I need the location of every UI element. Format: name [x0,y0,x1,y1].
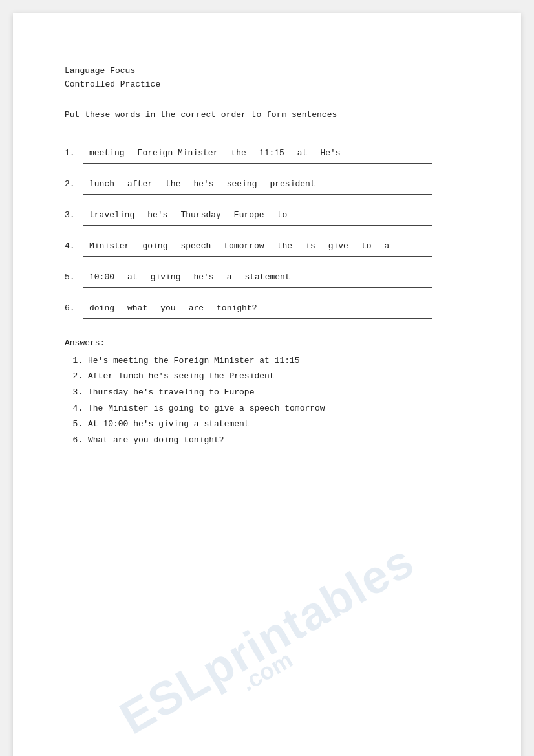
word-cell: are [182,303,210,313]
word-cell: He's [314,148,347,158]
word-cell: the [271,241,299,251]
word-cell: 11:15 [253,148,291,158]
page: Language Focus Controlled Practice Put t… [13,13,521,756]
word-cell: after [121,179,159,189]
word-cell: Europe [228,210,271,220]
header-line1: Language Focus [65,65,476,78]
words-row: 2.lunchafterthehe'sseeingpresident [65,170,476,194]
word-cell: tomorrow [217,241,270,251]
word-cell: give [322,241,355,251]
word-cell: going [136,241,174,251]
word-cell: Minister [83,241,136,251]
exercise-number: 6. [65,303,83,313]
header-line2: Controlled Practice [65,78,476,92]
exercise-section: 1.meetingForeign Ministerthe11:15atHe's2… [65,139,476,319]
word-cell: doing [83,303,121,313]
word-cell: Foreign Minister [131,148,225,158]
exercise-number: 4. [65,241,83,251]
answer-item: At 10:00 he's giving a statement [88,416,476,433]
word-cell: president [263,179,321,189]
word-cell: he's [141,210,174,220]
exercise-item: 3.travelinghe'sThursdayEuropeto [65,201,476,226]
exercise-item: 6.doingwhatyouaretonight? [65,294,476,319]
words-row: 6.doingwhatyouaretonight? [65,294,476,318]
instruction: Put these words in the correct order to … [65,110,476,120]
word-cell: seeing [220,179,264,189]
exercise-number: 2. [65,179,83,189]
answer-line [83,287,432,288]
words-row: 1.meetingForeign Ministerthe11:15atHe's [65,139,476,163]
word-cell: he's [187,179,220,189]
word-cell: is [299,241,322,251]
word-cell: the [159,179,187,189]
word-cell: you [154,303,182,313]
exercise-item: 2.lunchafterthehe'sseeingpresident [65,170,476,195]
word-cell: speech [174,241,217,251]
word-cell: tonight? [210,303,263,313]
word-cell: meeting [83,148,131,158]
answer-line [83,163,432,164]
answer-line [83,225,432,226]
answer-item: He's meeting the Foreign Minister at 11:… [88,353,476,369]
word-cell: what [121,303,154,313]
word-cell: statement [238,272,296,282]
answer-line [83,194,432,195]
exercise-number: 3. [65,210,83,220]
word-cell: to [355,241,378,251]
word-cell: the [224,148,252,158]
words-row: 3.travelinghe'sThursdayEuropeto [65,201,476,225]
exercise-item: 5.10:00atgivinghe'sastatement [65,263,476,288]
word-cell: a [220,272,239,282]
exercise-number: 5. [65,272,83,282]
answer-line [83,256,432,257]
exercise-number: 1. [65,148,83,158]
watermark-sub: .com [237,646,297,697]
word-cell: traveling [83,210,141,220]
word-cell: Thursday [174,210,227,220]
answer-item: After lunch he's seeing the President [88,369,476,385]
answers-section: Answers: He's meeting the Foreign Minist… [65,338,476,449]
answers-title: Answers: [65,338,476,348]
answer-item: Thursday he's traveling to Europe [88,385,476,401]
word-cell: 10:00 [83,272,121,282]
exercise-item: 1.meetingForeign Ministerthe11:15atHe's [65,139,476,164]
word-cell: to [271,210,294,220]
answers-list: He's meeting the Foreign Minister at 11:… [65,353,476,449]
answer-line [83,318,432,319]
words-row: 4.Ministergoingspeechtomorrowtheisgiveto… [65,232,476,256]
watermark: ESLprintables [111,534,423,744]
word-cell: a [378,241,396,251]
answer-item: The Minister is going to give a speech t… [88,401,476,417]
answer-item: What are you doing tonight? [88,433,476,449]
word-cell: giving [144,272,187,282]
word-cell: lunch [83,179,121,189]
exercise-item: 4.Ministergoingspeechtomorrowtheisgiveto… [65,232,476,257]
word-cell: at [121,272,144,282]
word-cell: he's [187,272,220,282]
header: Language Focus Controlled Practice [65,65,476,92]
word-cell: at [291,148,314,158]
words-row: 5.10:00atgivinghe'sastatement [65,263,476,287]
